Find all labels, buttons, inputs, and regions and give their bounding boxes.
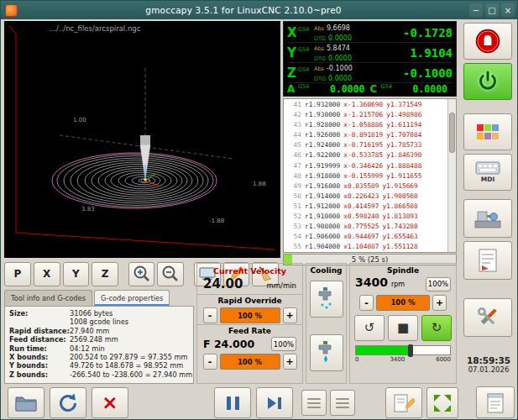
gcode-r-word: r1.922000	[305, 150, 340, 160]
abs-label: Abs	[314, 25, 324, 32]
window-title: gmoccapy 3.5.1 for LinuxCNC 2.10.0~pre0	[18, 5, 469, 15]
coord-system: G54	[298, 26, 312, 33]
gcode-scrollbar-thumb[interactable]	[449, 113, 455, 153]
feed-override-bar[interactable]: 100 %	[220, 354, 280, 370]
optional-stop-button[interactable]	[330, 390, 355, 416]
mdi-button[interactable]: MDI	[463, 154, 512, 191]
gcode-line[interactable]: 45 r1.924000 x-0.716195 y1.785733	[284, 140, 447, 150]
spindle-stop-button[interactable]: ■	[388, 315, 418, 341]
gcode-line[interactable]: 48 r1.918000 x-0.155999 y1.911655	[284, 171, 447, 181]
fullscreen-button[interactable]	[426, 387, 458, 418]
zoom-out-button[interactable]	[157, 262, 184, 286]
optional-blocks-button[interactable]	[301, 390, 327, 416]
gcode-scrollbar[interactable]	[447, 99, 456, 252]
minimize-button[interactable]: −	[469, 3, 483, 17]
spindle-speed-slider[interactable]	[355, 345, 451, 355]
gcode-r-word: r1.912000	[305, 202, 340, 212]
gcode-line-number: 41	[284, 100, 301, 110]
view-y-label: Y	[72, 268, 80, 280]
property-value: 2569.248 mm	[70, 335, 118, 344]
property-label: Size:	[9, 309, 70, 318]
tab-gcode-properties[interactable]: G-code properties	[94, 290, 170, 306]
gcode-line[interactable]: 44 r1.926000 x-0.891819 y1.707084	[284, 130, 447, 140]
feed-rate-title: Feed Rate	[197, 324, 302, 335]
gcode-x-word: x-1.058886	[343, 120, 383, 130]
spindle-speed-thumb[interactable]	[408, 344, 413, 357]
grid-label: 3.83	[81, 206, 95, 213]
gcode-y-word: y1.498986	[386, 110, 421, 120]
gcode-y-word: y1.743280	[383, 222, 418, 232]
rapid-plus-button[interactable]: +	[283, 307, 297, 323]
edit-tool-button[interactable]	[385, 387, 422, 418]
zoom-in-icon	[133, 265, 151, 283]
reload-file-button[interactable]	[50, 387, 86, 418]
gcode-line-number: 51	[284, 202, 301, 212]
folder-icon	[14, 394, 38, 412]
maximize-button[interactable]: □	[485, 3, 499, 17]
spindle-plus-button[interactable]: +	[432, 295, 447, 311]
gcode-line[interactable]: 42 r1.930000 x-1.215706 y1.498986	[284, 110, 447, 120]
tab-tool-info[interactable]: Tool info and G-codes	[4, 290, 92, 306]
spindle-ccw-button[interactable]: ↺	[354, 315, 385, 341]
feed-reset-button[interactable]: 100%	[271, 337, 296, 351]
view-z-button[interactable]: Z	[92, 262, 118, 286]
close-button[interactable]: ×	[501, 3, 515, 17]
gcode-line[interactable]: 52 r1.910000 x0.598240 y1.813893	[284, 212, 447, 222]
gcode-line[interactable]: 46 r1.922000 x-0.533785 y1.846390	[284, 150, 447, 160]
dro-rotary-row[interactable]: A G54 0.0000 C G54 0.0000	[287, 83, 453, 95]
dtg-label: DTG	[314, 35, 326, 42]
gcode-x-word: x1.104087	[343, 242, 379, 252]
current-velocity-title: Current Velocity	[197, 266, 302, 276]
gcode-y-word: y1.915669	[383, 181, 418, 192]
gcode-line[interactable]: 53 r1.908000 x0.775525 y1.743280	[284, 222, 447, 232]
spindle-reset-button[interactable]: 100%	[426, 277, 451, 291]
machine-on-button[interactable]	[463, 63, 512, 100]
feed-minus-button[interactable]: -	[203, 354, 217, 370]
gcode-line[interactable]: 54 r1.906000 x0.944697 y1.655463	[284, 232, 447, 242]
dro-axis-x[interactable]: X G54 Abs9.6698 DTG0.0000 -0.1728	[287, 23, 453, 43]
gcode-y-word: y1.551128	[383, 242, 418, 252]
rapid-minus-button[interactable]: -	[203, 307, 217, 323]
stop-button[interactable]: ×	[92, 387, 128, 418]
settings-button[interactable]	[463, 298, 512, 337]
view-x-button[interactable]: X	[34, 262, 60, 286]
step-button[interactable]	[256, 387, 293, 418]
spindle-minus-button[interactable]: -	[359, 295, 374, 311]
gcode-x-word: x-0.716195	[343, 140, 383, 150]
axis-position: -0.1000	[403, 66, 453, 80]
rapid-override-bar[interactable]: 100 %	[220, 307, 280, 323]
dro-axis-y[interactable]: Y G54 Abs5.8474 DTG0.0000 1.9104	[287, 43, 453, 63]
gcode-r-word: r1.906000	[305, 232, 340, 242]
zoom-in-button[interactable]	[128, 262, 155, 286]
estop-button[interactable]	[463, 23, 512, 60]
dro-axis-z[interactable]: Z G54 Abs-0.1000 DTG0.0000 -0.1000	[287, 63, 453, 83]
offset-page-button[interactable]	[463, 241, 512, 280]
spindle-override-bar[interactable]: 100 %	[376, 295, 430, 311]
gcode-line[interactable]: 47 r1.919999 x-0.346426 y1.888488	[284, 161, 447, 171]
feed-plus-button[interactable]: +	[283, 354, 297, 370]
gremlin-preview[interactable]: 1.00 3.83 -1.88 1.88 .../../nc_files/arc…	[4, 21, 280, 258]
open-file-button[interactable]	[8, 387, 44, 418]
pause-button[interactable]	[214, 387, 251, 418]
gcode-line[interactable]: 51 r1.912000 x0.414597 y1.866508	[284, 202, 447, 212]
estop-icon	[474, 28, 501, 55]
gcode-line[interactable]: 50 r1.914000 x0.226423 y1.900560	[284, 192, 447, 202]
spindle-cw-button[interactable]: ↻	[421, 315, 452, 341]
tool-settings-button[interactable]	[463, 199, 512, 238]
mist-button[interactable]	[310, 281, 343, 318]
dro-axis-c[interactable]: C G54 0.0000	[370, 83, 453, 95]
gcode-line[interactable]: 49 r1.916000 x0.035589 y1.915669	[284, 181, 447, 192]
view-y-button[interactable]: Y	[63, 262, 90, 286]
gcode-line[interactable]: 41 r1.932000 x-1.360690 y1.371549	[284, 100, 447, 110]
gcode-line[interactable]: 43 r1.928000 x-1.058886 y1.611194	[284, 120, 447, 130]
view-p-button[interactable]: P	[4, 262, 31, 286]
gcode-line[interactable]: 55 r1.904000 x1.104087 y1.551128	[284, 242, 447, 252]
notes-button[interactable]	[476, 386, 515, 418]
gcode-y-word: y1.888488	[386, 161, 421, 171]
dro-axis-a[interactable]: A G54 0.0000	[287, 83, 370, 95]
gcode-view[interactable]: 41 r1.932000 x-1.360690 y1.371549 42 r1.…	[283, 98, 457, 253]
user-tabs-button[interactable]	[463, 113, 512, 150]
flood-button[interactable]	[310, 334, 343, 371]
gcode-line-number: 52	[284, 212, 301, 222]
mdi-label: MDI	[481, 176, 494, 183]
